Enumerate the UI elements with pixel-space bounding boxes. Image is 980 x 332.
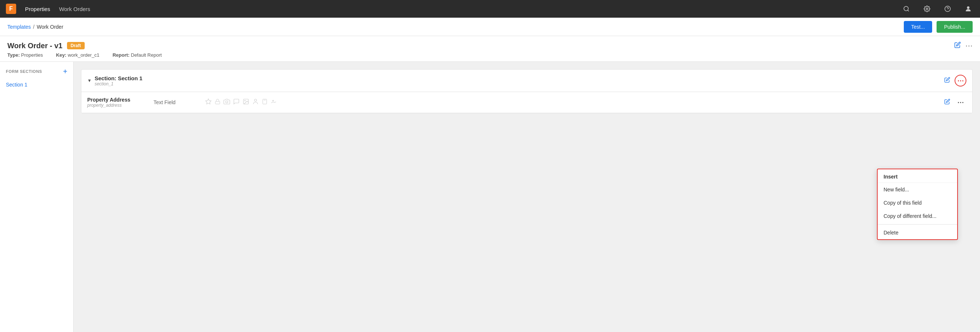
svg-rect-12 — [263, 99, 267, 104]
field-more-button[interactable]: ⋯ — [955, 97, 966, 108]
svg-point-5 — [967, 6, 970, 9]
more-options-icon[interactable]: ⋯ — [965, 41, 973, 50]
svg-point-0 — [904, 6, 908, 11]
breadcrumb-current: Work Order — [37, 24, 63, 30]
content-area: ▼ Section: Section 1 section_1 ⋯ — [74, 62, 980, 332]
type-label: Type: Properties — [7, 52, 49, 58]
context-menu-new-field[interactable]: New field... — [878, 183, 957, 196]
page-title: Work Order - v1 — [7, 41, 63, 50]
main-layout: Form Sections + Section 1 ▼ Section: Sec… — [0, 62, 980, 332]
context-menu-insert-label: Insert — [878, 169, 957, 183]
nav-item-work-orders[interactable]: Work Orders — [59, 6, 90, 12]
settings-icon[interactable] — [921, 3, 933, 15]
section-edit-icon[interactable] — [944, 77, 950, 84]
sidebar-header: Form Sections + — [0, 66, 73, 79]
draft-badge: Draft — [67, 42, 85, 49]
svg-point-2 — [926, 8, 928, 10]
section-key: section_1 — [95, 81, 142, 86]
topnav: F Properties Work Orders — [0, 0, 980, 17]
context-menu-copy-field[interactable]: Copy of this field — [878, 196, 957, 210]
signature-icon — [270, 98, 277, 106]
nav-item-properties[interactable]: Properties — [25, 6, 50, 12]
sidebar-item-section1[interactable]: Section 1 — [0, 79, 73, 90]
section-header: ▼ Section: Section 1 section_1 ⋯ — [81, 70, 972, 92]
comment-icon — [233, 98, 240, 106]
context-menu-delete[interactable]: Delete — [878, 226, 957, 239]
svg-point-10 — [245, 100, 245, 101]
meta-row: Type: Properties Key: work_order_c1 Repo… — [7, 52, 973, 58]
context-menu-copy-different[interactable]: Copy of different field... — [878, 210, 957, 223]
user-icon[interactable] — [963, 3, 974, 15]
breadcrumb-bar: Templates / Work Order Test... Publish..… — [0, 17, 980, 36]
section-more-button[interactable]: ⋯ — [955, 75, 966, 86]
star-icon — [205, 98, 212, 106]
svg-rect-7 — [215, 101, 220, 104]
section-card: ▼ Section: Section 1 section_1 ⋯ — [81, 69, 973, 113]
key-label: Key: work_order_c1 — [56, 52, 105, 58]
svg-point-11 — [255, 99, 256, 101]
sidebar-header-label: Form Sections — [6, 69, 42, 74]
lock-icon — [215, 98, 221, 106]
context-menu: Insert New field... Copy of this field C… — [877, 168, 958, 240]
svg-line-1 — [907, 10, 908, 11]
report-label: Report: Default Report — [113, 52, 168, 58]
field-name: Property Address — [87, 97, 154, 103]
svg-point-8 — [226, 101, 228, 103]
field-icons — [205, 98, 944, 106]
person-icon — [252, 98, 259, 106]
breadcrumb-actions: Test... Publish... — [904, 21, 973, 33]
svg-marker-6 — [206, 99, 211, 104]
context-menu-divider — [878, 224, 957, 224]
calculator-icon — [262, 98, 268, 106]
field-info: Property Address property_address — [87, 97, 154, 108]
field-edit-icon[interactable] — [944, 98, 950, 106]
field-key: property_address — [87, 103, 154, 108]
image-icon — [243, 98, 249, 106]
field-actions: ⋯ — [944, 97, 966, 108]
breadcrumb-templates-link[interactable]: Templates — [7, 24, 31, 30]
edit-icon[interactable] — [954, 41, 961, 50]
camera-icon — [223, 98, 230, 106]
publish-button[interactable]: Publish... — [937, 21, 973, 33]
sidebar: Form Sections + Section 1 — [0, 62, 74, 332]
search-icon[interactable] — [900, 3, 912, 15]
section-collapse-arrow[interactable]: ▼ — [87, 78, 92, 83]
section-title-group: Section: Section 1 section_1 — [95, 75, 142, 86]
section-header-actions: ⋯ — [944, 75, 966, 86]
section-title: Section: Section 1 — [95, 75, 142, 81]
help-icon[interactable] — [942, 3, 953, 15]
test-button[interactable]: Test... — [904, 21, 932, 33]
field-row: Property Address property_address Text F… — [81, 92, 972, 113]
title-bar: Work Order - v1 Draft ⋯ Type: Properties… — [0, 36, 980, 62]
app-logo[interactable]: F — [6, 4, 16, 14]
field-type: Text Field — [154, 99, 198, 105]
add-section-button[interactable]: + — [63, 68, 67, 75]
breadcrumb-separator: / — [33, 24, 35, 30]
